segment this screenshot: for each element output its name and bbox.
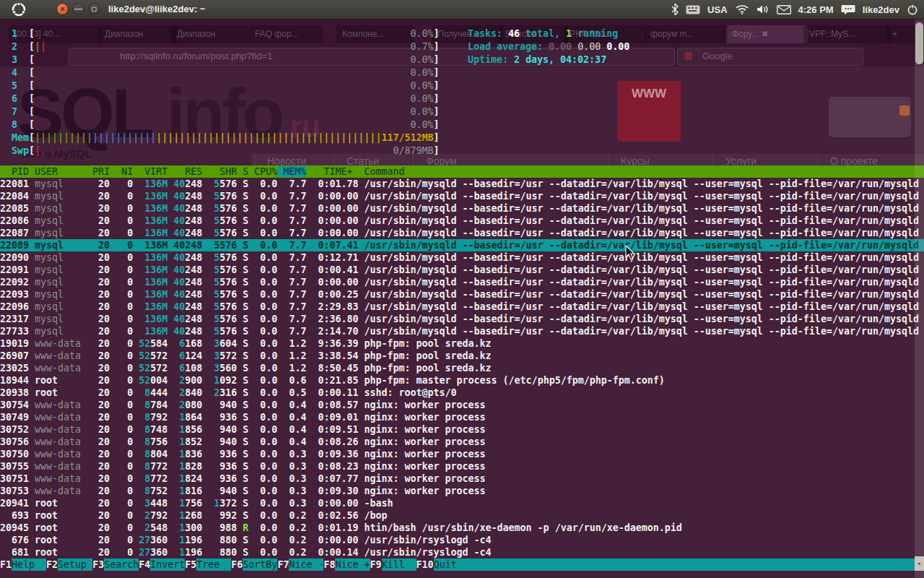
process-row[interactable]: 30754 www-data 20 0 8784 2080 940 S 0.0 …	[0, 399, 924, 411]
window-maximize-button[interactable]: ▢	[88, 3, 100, 15]
system-tray: USA 4:26 PM like2dev	[671, 0, 918, 19]
process-row[interactable]: 26907 www-data 20 0 52572 6124 3572 S 0.…	[0, 350, 924, 362]
fkey-label-setup[interactable]: Setup	[58, 558, 92, 571]
cpu-meter-3: 3 [ 0.0%]	[0, 53, 439, 66]
power-icon[interactable]	[907, 4, 918, 15]
messaging-icon[interactable]	[841, 4, 855, 15]
fkey-label-nice[interactable]: Nice +	[335, 558, 370, 571]
column-header-shr[interactable]: SHR	[202, 166, 237, 177]
fkey-label-nice[interactable]: Nice -	[289, 558, 323, 571]
process-row[interactable]: 30751 www-data 20 0 8772 1824 936 S 0.0 …	[0, 473, 924, 485]
memory-meter: Mem[||||||||||||||||||||||||||||||||||||…	[0, 131, 439, 144]
fkey-label-help[interactable]: Help	[12, 558, 46, 571]
column-header-s[interactable]: S	[237, 166, 248, 177]
process-row[interactable]: 681 root 20 0 27360 1196 880 S 0.0 0.2 0…	[0, 546, 924, 558]
summary-uptime: Uptime: 2 days, 04:02:37	[468, 53, 606, 66]
process-row[interactable]: 22087 mysql 20 0 136M 40248 5576 S 0.0 7…	[0, 227, 924, 239]
column-header-command[interactable]: Command	[358, 166, 404, 177]
fkey-label-sortby[interactable]: SortBy	[243, 558, 277, 571]
terminal-window: [00:33] 40...ДиапазонДиапазонFAQ фор...К…	[0, 19, 924, 578]
fkey-f10[interactable]: F10	[417, 558, 434, 571]
screen: { "panel": { "title": "like2dev@liike2de…	[0, 0, 924, 578]
process-row[interactable]: 30756 www-data 20 0 8756 1852 940 S 0.0 …	[0, 436, 924, 448]
mouse-cursor	[625, 245, 636, 260]
summary-load-average: Load average: 0.00 0.00 0.00	[468, 40, 629, 53]
cpu-meter-6: 6 [ 0.0%]	[0, 92, 439, 105]
process-row[interactable]: 19019 www-data 20 0 52584 6168 3604 S 0.…	[0, 337, 924, 350]
fkey-f7[interactable]: F7	[277, 558, 289, 571]
bluetooth-icon[interactable]	[671, 4, 679, 15]
scrollbar-down-arrow[interactable]: ▾	[915, 556, 924, 571]
fkey-label-quit[interactable]: Quit	[434, 558, 468, 571]
process-row[interactable]: 30752 www-data 20 0 8748 1856 940 S 0.0 …	[0, 423, 924, 436]
process-row[interactable]: 22096 mysql 20 0 136M 40248 5576 S 0.0 7…	[0, 301, 924, 313]
process-row[interactable]: 22093 mysql 20 0 136M 40248 5576 S 0.0 7…	[0, 288, 924, 301]
keyboard-layout-icon[interactable]	[686, 5, 700, 14]
window-minimize-button[interactable]: —	[72, 3, 84, 15]
column-header-mem[interactable]: MEM%	[277, 166, 306, 177]
function-key-bar: F1Help F2Setup F3SearchF4InvertF5Tree F6…	[0, 558, 924, 571]
fkey-f5[interactable]: F5	[185, 558, 196, 571]
process-row[interactable]: 693 root 20 0 2792 1268 992 S 0.0 0.2 0:…	[0, 509, 924, 522]
process-row[interactable]: 20938 root 20 0 8444 2840 2316 S 0.0 0.5…	[0, 387, 924, 399]
fkey-label-tree[interactable]: Tree	[196, 558, 231, 571]
process-row[interactable]: 22086 mysql 20 0 136M 40248 5576 S 0.0 7…	[0, 215, 924, 227]
window-title: like2dev@liike2dev: ~	[108, 4, 205, 14]
cpu-meter-1: 1 [ 0.0%]	[0, 27, 439, 40]
process-row[interactable]: 23025 www-data 20 0 52572 6108 3560 S 0.…	[0, 362, 924, 374]
process-row[interactable]: 676 root 20 0 27360 1196 880 S 0.0 0.2 0…	[0, 534, 924, 546]
column-header-pri[interactable]: PRI	[87, 166, 110, 177]
process-table-header[interactable]: PID USER PRI NI VIRT RES SHR S CPU% MEM%…	[0, 165, 924, 178]
fkey-f9[interactable]: F9	[370, 558, 382, 571]
column-header-ni[interactable]: NI	[110, 166, 133, 177]
clock[interactable]: 4:26 PM	[798, 4, 834, 15]
process-row[interactable]: 22089 mysql 20 0 136M 40248 5576 S 0.0 7…	[0, 239, 924, 251]
column-header-user[interactable]: USER	[29, 166, 87, 177]
column-header-time[interactable]: TIME+	[306, 166, 358, 177]
process-row[interactable]: 22084 mysql 20 0 136M 40248 5576 S 0.0 7…	[0, 190, 924, 202]
process-row[interactable]: 22081 mysql 20 0 136M 40248 5576 S 0.0 7…	[0, 178, 924, 190]
column-header-pid[interactable]: PID	[0, 166, 29, 177]
column-header-virt[interactable]: VIRT	[133, 166, 167, 177]
process-row[interactable]: 22090 mysql 20 0 136M 40248 5576 S 0.0 7…	[0, 251, 924, 264]
fkey-f3[interactable]: F3	[92, 558, 104, 571]
fkey-label-search[interactable]: Search	[104, 558, 139, 571]
scrollbar-thumb[interactable]	[915, 22, 923, 64]
swap-meter: Swp[| 0/879MB]	[0, 144, 439, 157]
keyboard-layout-label[interactable]: USA	[707, 4, 727, 15]
fkey-f2[interactable]: F2	[46, 558, 58, 571]
process-row[interactable]: 22317 mysql 20 0 136M 40248 5576 S 0.0 7…	[0, 313, 924, 325]
process-row[interactable]: 22092 mysql 20 0 136M 40248 5576 S 0.0 7…	[0, 276, 924, 288]
process-table: 22081 mysql 20 0 136M 40248 5576 S 0.0 7…	[0, 178, 924, 558]
fkey-f8[interactable]: F8	[323, 558, 335, 571]
process-row[interactable]: 22091 mysql 20 0 136M 40248 5576 S 0.0 7…	[0, 264, 924, 276]
process-row[interactable]: 30749 www-data 20 0 8792 1864 936 S 0.0 …	[0, 411, 924, 423]
scrollbar-track[interactable]	[915, 19, 924, 578]
process-row[interactable]: 30755 www-data 20 0 8772 1828 936 S 0.0 …	[0, 460, 924, 473]
fkey-f1[interactable]: F1	[0, 558, 12, 571]
process-row[interactable]: 27733 mysql 20 0 136M 40248 5576 S 0.0 7…	[0, 325, 924, 337]
htop-app: 1 [ 0.0%] 2 [|| 0.7%] 3 [	[0, 19, 924, 578]
column-header-res[interactable]: RES	[167, 166, 202, 177]
process-row[interactable]: 18944 root 20 0 52004 2900 1092 S 0.0 0.…	[0, 374, 924, 387]
mail-icon[interactable]	[777, 5, 791, 14]
fkey-label-kill[interactable]: Kill	[382, 558, 417, 571]
top-panel: × — ▢ like2dev@liike2dev: ~ USA 4:26 PM	[0, 0, 924, 20]
session-username[interactable]: like2dev	[863, 4, 899, 15]
fkey-f6[interactable]: F6	[231, 558, 243, 571]
summary-tasks: Tasks: 46 total, 1 running	[468, 27, 618, 40]
process-row[interactable]: 20945 root 20 0 2548 1300 988 R 0.0 0.2 …	[0, 522, 924, 534]
process-row[interactable]: 22085 mysql 20 0 136M 40248 5576 S 0.0 7…	[0, 202, 924, 215]
ubuntu-logo-icon[interactable]	[12, 2, 26, 17]
process-row[interactable]: 20941 root 20 0 3448 1756 1372 S 0.0 0.3…	[0, 497, 924, 509]
fkey-label-invert[interactable]: Invert	[150, 558, 185, 571]
process-row[interactable]: 30753 www-data 20 0 8752 1816 940 S 0.0 …	[0, 485, 924, 497]
volume-icon[interactable]	[757, 4, 770, 14]
fkey-f4[interactable]: F4	[139, 558, 150, 571]
process-row[interactable]: 30750 www-data 20 0 8804 1836 936 S 0.0 …	[0, 448, 924, 460]
column-header-cpu[interactable]: CPU%	[248, 166, 277, 177]
cpu-meter-8: 8 [ 0.0%]	[0, 118, 439, 131]
window-close-button[interactable]: ×	[56, 3, 69, 15]
wifi-icon[interactable]	[735, 4, 749, 14]
cpu-meter-5: 5 [ 0.0%]	[0, 79, 439, 92]
